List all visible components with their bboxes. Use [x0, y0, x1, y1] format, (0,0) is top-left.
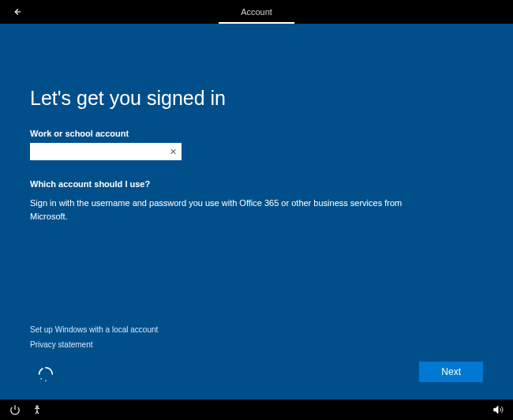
loading-spinner: [38, 366, 54, 382]
account-input[interactable]: [30, 143, 164, 160]
ease-of-access-icon[interactable]: [32, 404, 43, 415]
help-body: Sign in with the username and password y…: [30, 197, 440, 223]
page-title: Let's get you signed in: [30, 87, 483, 110]
spinner-icon: [38, 366, 54, 382]
power-icon[interactable]: [9, 404, 21, 415]
clear-input-button[interactable]: ✕: [164, 143, 182, 160]
local-account-link[interactable]: Set up Windows with a local account: [30, 325, 158, 334]
svg-point-4: [36, 406, 38, 407]
back-button[interactable]: [0, 0, 33, 24]
input-row: ✕: [30, 143, 483, 160]
tab-container: Account: [219, 0, 294, 24]
title-bar: Account: [0, 0, 513, 24]
tab-account[interactable]: Account: [219, 2, 294, 24]
account-label: Work or school account: [30, 129, 483, 138]
volume-icon[interactable]: [492, 404, 504, 415]
main-content: Let's get you signed in Work or school a…: [0, 24, 513, 399]
bottom-links: Set up Windows with a local account Priv…: [30, 325, 158, 355]
privacy-link[interactable]: Privacy statement: [30, 340, 158, 349]
next-button[interactable]: Next: [419, 362, 483, 382]
status-left: [9, 404, 43, 415]
svg-point-1: [45, 381, 47, 382]
svg-marker-5: [494, 406, 498, 413]
close-icon: ✕: [170, 147, 177, 157]
svg-point-2: [40, 378, 42, 380]
help-subhead: Which account should I use?: [30, 179, 483, 189]
status-bar: [0, 399, 513, 420]
